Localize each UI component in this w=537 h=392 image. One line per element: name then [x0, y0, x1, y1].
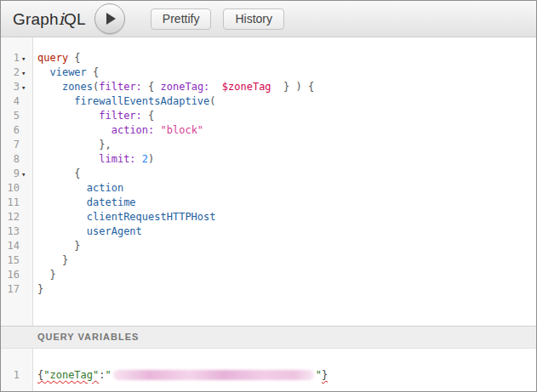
code-text: {"zoneTag":""} — [37, 368, 536, 383]
line-number: 5 — [1, 109, 20, 123]
play-icon — [104, 13, 116, 25]
line-number: 16 — [1, 268, 20, 282]
code-line[interactable]: 9▾ { — [1, 167, 536, 181]
code-text: query { — [37, 51, 536, 65]
code-line[interactable]: 17} — [1, 282, 536, 297]
code-text: action: "block" — [37, 123, 536, 138]
query-code: 1▾query {2▾ viewer {3▾ zones(filter: { z… — [1, 37, 536, 297]
line-number: 11 — [1, 196, 20, 210]
code-text: } — [37, 239, 536, 253]
fold-arrow-icon[interactable]: ▾ — [21, 66, 30, 81]
app-title-suffix: QL — [64, 10, 86, 28]
fold-arrow-icon[interactable]: ▾ — [21, 168, 30, 182]
code-line[interactable]: 10 action — [1, 181, 536, 196]
code-line[interactable]: 1▾query { — [1, 51, 536, 65]
code-text: clientRequestHTTPHost — [37, 210, 536, 224]
redacted-value — [113, 370, 314, 380]
code-text: viewer { — [37, 65, 536, 80]
code-text: } — [37, 282, 536, 297]
line-number: 3 — [1, 80, 20, 94]
code-line[interactable]: 7 }, — [1, 138, 536, 152]
prettify-button[interactable]: Prettify — [151, 9, 212, 30]
code-line[interactable]: 3▾ zones(filter: { zoneTag: $zoneTag } )… — [1, 80, 536, 94]
line-number: 4 — [1, 94, 20, 109]
execute-query-button[interactable] — [94, 3, 125, 34]
variables-editor-pane[interactable]: 1{"zoneTag":""} — [1, 349, 536, 391]
line-number: 13 — [1, 224, 20, 239]
variables-code: 1{"zoneTag":""} — [1, 349, 536, 383]
code-line[interactable]: 11 datetime — [1, 196, 536, 210]
code-text: zones(filter: { zoneTag: $zoneTag } ) { — [37, 80, 536, 94]
line-number: 10 — [1, 181, 20, 196]
line-number: 8 — [1, 152, 20, 167]
app-title: GraphiQL — [13, 9, 86, 29]
code-line[interactable]: 13 userAgent — [1, 224, 536, 239]
app-title-prefix: Graph — [13, 10, 59, 28]
code-text: filter: { — [37, 109, 536, 123]
line-number: 1 — [1, 368, 20, 383]
code-text: userAgent — [37, 224, 536, 239]
code-text: } — [37, 253, 536, 268]
code-text: datetime — [37, 196, 536, 210]
history-button[interactable]: History — [223, 9, 284, 30]
toolbar: GraphiQL Prettify History — [1, 1, 536, 37]
line-number: 17 — [1, 282, 20, 297]
code-text: action — [37, 181, 536, 196]
line-number: 9 — [1, 167, 20, 181]
query-variables-header[interactable]: QUERY VARIABLES — [1, 326, 536, 349]
line-number: 12 — [1, 210, 20, 224]
code-line[interactable]: 6 action: "block" — [1, 123, 536, 138]
code-line[interactable]: 15 } — [1, 253, 536, 268]
line-number: 14 — [1, 239, 20, 253]
code-line[interactable]: 2▾ viewer { — [1, 65, 536, 80]
line-number: 7 — [1, 138, 20, 152]
code-text: } — [37, 268, 536, 282]
line-number: 1 — [1, 51, 20, 65]
fold-arrow-icon[interactable]: ▾ — [21, 52, 30, 66]
line-number: 15 — [1, 253, 20, 268]
line-number: 2 — [1, 65, 20, 80]
code-line[interactable]: 1{"zoneTag":""} — [1, 368, 536, 383]
code-line[interactable]: 12 clientRequestHTTPHost — [1, 210, 536, 224]
code-line[interactable]: 4 firewallEventsAdaptive( — [1, 94, 536, 109]
code-text: }, — [37, 138, 536, 152]
code-line[interactable]: 8 limit: 2) — [1, 152, 536, 167]
line-number: 6 — [1, 123, 20, 138]
code-text: firewallEventsAdaptive( — [37, 94, 536, 109]
fold-arrow-icon[interactable]: ▾ — [21, 81, 30, 95]
code-line[interactable]: 16 } — [1, 268, 536, 282]
query-editor-pane[interactable]: 1▾query {2▾ viewer {3▾ zones(filter: { z… — [1, 37, 536, 326]
code-line[interactable]: 5 filter: { — [1, 109, 536, 123]
code-text: { — [37, 167, 536, 181]
code-text: limit: 2) — [37, 152, 536, 167]
code-line[interactable]: 14 } — [1, 239, 536, 253]
graphiql-window: GraphiQL Prettify History 1▾query {2▾ vi… — [0, 0, 537, 392]
